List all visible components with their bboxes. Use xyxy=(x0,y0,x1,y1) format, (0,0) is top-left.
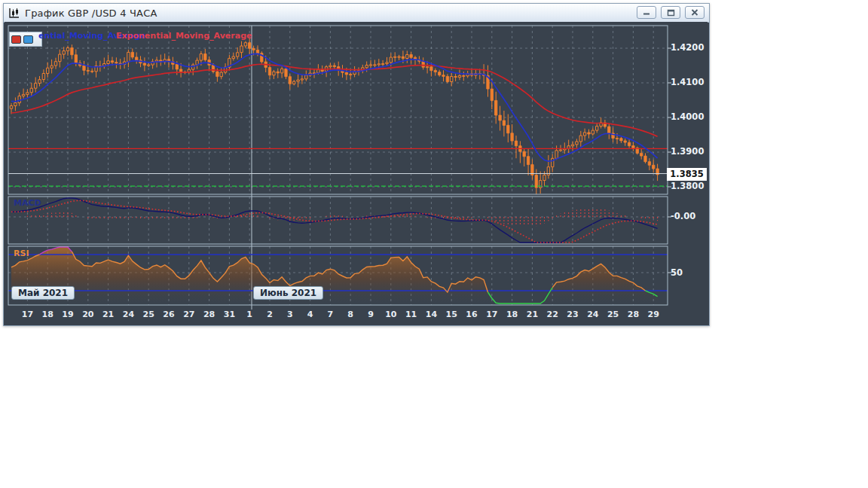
rsi-mid-label: 50 xyxy=(671,267,707,278)
candlestick-chart-icon xyxy=(8,8,20,19)
date-tick-label: 4 xyxy=(307,310,313,319)
date-tick-label: 23 xyxy=(567,310,578,319)
date-tick-label: 26 xyxy=(163,310,174,319)
date-tick-label: 24 xyxy=(587,310,598,319)
chart-client-area: ential_Moving_Average Exponential_Moving… xyxy=(5,22,708,325)
window-titlebar[interactable]: График GBP /USD 4 ЧАСА xyxy=(4,4,709,23)
date-tick-label: 25 xyxy=(607,310,619,319)
date-tick-label: 27 xyxy=(183,310,194,319)
price-tick-label: 1.3800 xyxy=(671,181,707,191)
date-tick-label: 8 xyxy=(347,310,353,319)
date-tick-label: 15 xyxy=(446,310,457,319)
price-tick-label: 1.4100 xyxy=(671,77,707,87)
macd-panel-label: MACD xyxy=(14,198,41,208)
minimize-icon xyxy=(643,9,650,16)
date-tick-label: 31 xyxy=(224,310,235,319)
current-price-tag: 1.3835 xyxy=(667,168,707,181)
price-tick-label: 1.4200 xyxy=(671,42,707,53)
restore-icon xyxy=(667,9,675,17)
date-tick-label: 28 xyxy=(203,310,215,319)
date-tick-label: 16 xyxy=(466,310,477,319)
date-tick-label: 24 xyxy=(123,310,134,319)
date-tick-label: 1 xyxy=(246,310,252,319)
date-tick-label: 21 xyxy=(527,310,538,319)
macd-zero-label: -0.00 xyxy=(671,211,707,221)
date-tick-label: 19 xyxy=(62,310,73,319)
legend-ema-slow: Exponential_Moving_Average xyxy=(116,31,252,41)
red-square-button[interactable] xyxy=(11,35,21,44)
date-tick-label: 29 xyxy=(648,310,659,319)
date-tick-label: 20 xyxy=(82,310,93,319)
restore-button[interactable] xyxy=(661,6,680,19)
date-tick-label: 21 xyxy=(102,310,114,319)
date-tick-label: 9 xyxy=(368,310,374,319)
indicator-mini-toolbar xyxy=(9,32,42,47)
chart-canvas[interactable] xyxy=(5,22,708,325)
date-tick-label: 10 xyxy=(385,310,396,319)
month-label-may: Май 2021 xyxy=(11,286,75,300)
date-tick-label: 18 xyxy=(42,310,53,319)
minimize-button[interactable] xyxy=(637,6,656,19)
date-tick-label: 17 xyxy=(22,310,33,319)
close-button[interactable] xyxy=(685,6,704,19)
macd-series xyxy=(11,198,658,242)
date-tick-label: 18 xyxy=(506,310,518,319)
date-tick-label: 17 xyxy=(486,310,497,319)
price-tick-label: 1.3900 xyxy=(671,146,707,157)
date-tick-label: 3 xyxy=(287,310,293,319)
month-label-june: Июнь 2021 xyxy=(253,286,323,300)
rsi-panel-label: RSI xyxy=(14,249,29,258)
window-title: График GBP /USD 4 ЧАСА xyxy=(25,8,157,19)
close-icon xyxy=(691,9,698,16)
date-tick-label: 14 xyxy=(426,310,437,319)
date-tick-label: 2 xyxy=(267,310,273,319)
date-tick-label: 11 xyxy=(405,310,417,319)
blue-square-button[interactable] xyxy=(23,35,33,44)
date-tick-label: 22 xyxy=(547,310,558,319)
price-tick-label: 1.4000 xyxy=(671,111,707,122)
window-controls xyxy=(637,6,704,19)
date-tick-label: 28 xyxy=(628,310,639,319)
rsi-series xyxy=(8,247,668,305)
chart-window: График GBP /USD 4 ЧАСА ential_Moving_Ave… xyxy=(3,3,710,326)
date-tick-label: 25 xyxy=(143,310,154,319)
date-tick-label: 7 xyxy=(328,310,334,319)
